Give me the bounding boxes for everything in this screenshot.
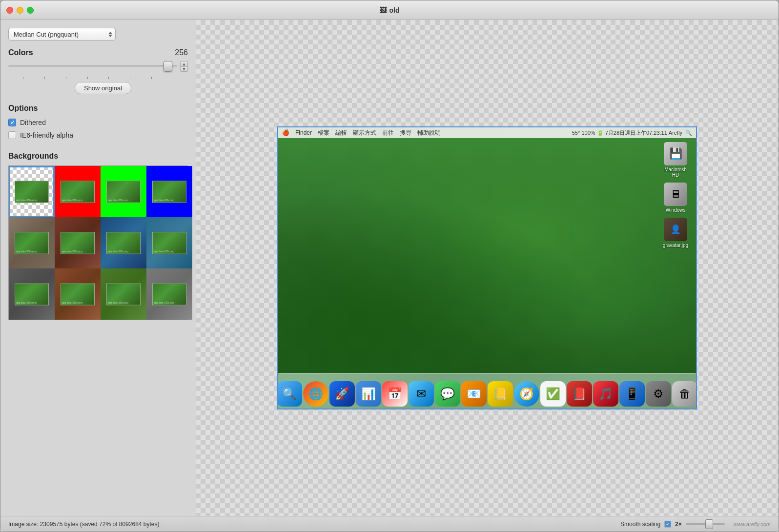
- edit-menu-item[interactable]: 編輯: [335, 129, 347, 137]
- smooth-scaling-checkbox[interactable]: ✓: [664, 521, 671, 528]
- options-section: Options ✓ Dithered IE6-friendly alpha: [8, 104, 188, 144]
- dock-messages-icon[interactable]: 💬: [435, 381, 460, 407]
- slider-tick: [66, 77, 66, 79]
- mac-screenshot: 🍎 Finder 檔案 編輯 顯示方式 前往 搜尋 輔助說明 55° 100% …: [277, 126, 697, 409]
- gravatar-icon[interactable]: 👤 gravatar.jpg: [663, 218, 688, 248]
- colors-stepper: ▲ ▼: [180, 61, 188, 72]
- dock-dashboard-icon[interactable]: 📊: [356, 381, 381, 407]
- colors-slider-container: ▲ ▼: [8, 61, 188, 72]
- dock-appstore-icon[interactable]: 📱: [619, 381, 645, 407]
- thumb-inner: app.data-330s.png: [15, 232, 48, 253]
- bg-thumb: app.data-330s.png: [152, 232, 186, 254]
- bg-grass[interactable]: app.data-330s.png: [101, 268, 146, 320]
- scale-slider[interactable]: [686, 523, 725, 525]
- stepper-up-button[interactable]: ▲: [180, 61, 188, 66]
- bg-rust[interactable]: app.data-330s.png: [55, 268, 101, 320]
- bg-red[interactable]: app.data-330s.png: [55, 166, 101, 217]
- dock-trash-icon[interactable]: 🗑: [672, 381, 697, 407]
- bg-transparent[interactable]: app.data-330s.png: [9, 166, 55, 217]
- bg-thumb: app.data-330s.png: [61, 283, 95, 305]
- bg-rock[interactable]: app.data-330s.png: [9, 217, 55, 268]
- mac-desktop: 🍎 Finder 檔案 編輯 顯示方式 前往 搜尋 輔助說明 55° 100% …: [278, 127, 696, 409]
- finder-menu-item[interactable]: Finder: [295, 129, 312, 136]
- ie6-label: IE6-friendly alpha: [20, 131, 73, 139]
- dock-systemprefs-icon[interactable]: ⚙: [646, 381, 671, 407]
- dock-finder-icon[interactable]: 🔍: [277, 381, 302, 407]
- dropdown-arrows-icon: [108, 32, 112, 37]
- search-menu-item[interactable]: 搜尋: [400, 129, 411, 137]
- slider-tick: [87, 77, 88, 79]
- menubar-status: 55° 100% 🔋 7月28日週日上午07:23:11 Arefly: [572, 129, 682, 137]
- slider-tick: [151, 77, 152, 79]
- mac-dock: 🔍 🌐 🚀 📊 📅 ✉ 💬 📧 📒 🧭 ✅ 📕: [277, 373, 697, 409]
- scale-thumb[interactable]: [705, 519, 713, 529]
- dock-notes-icon[interactable]: 📒: [488, 381, 513, 407]
- scale-value: 2×: [675, 521, 682, 528]
- bg-blue[interactable]: app.data-330s.png: [146, 166, 192, 217]
- thumb-inner: app.data-330s.png: [15, 284, 48, 305]
- colors-value: 256: [175, 48, 188, 57]
- thumb-inner: app.data-330s.png: [107, 284, 140, 305]
- left-panel: Median Cut (pngquant) Colors 256: [0, 20, 196, 516]
- bg-thumb: app.data-330s.png: [15, 232, 49, 254]
- bg-thumb: app.data-330s.png: [61, 181, 95, 203]
- smooth-scaling-label: Smooth scaling: [620, 521, 660, 528]
- slider-tick: [108, 77, 109, 79]
- backgrounds-section: Backgrounds app.data-330s.png a: [8, 152, 188, 508]
- dock-itunes-icon[interactable]: 🎵: [593, 381, 618, 407]
- colors-slider[interactable]: [8, 65, 177, 67]
- show-original-button[interactable]: Show original: [75, 82, 131, 94]
- bg-gray[interactable]: app.data-330s.png: [146, 268, 192, 320]
- bg-thumb: app.data-330s.png: [106, 232, 141, 254]
- options-title: Options: [8, 104, 188, 113]
- dock-mail-icon[interactable]: ✉: [409, 381, 434, 407]
- close-button[interactable]: [6, 7, 13, 14]
- thumb-inner: app.data-330s.png: [107, 181, 140, 202]
- title-text: old: [390, 6, 400, 14]
- slider-thumb[interactable]: [164, 61, 172, 72]
- slider-tick: [23, 77, 23, 79]
- preview-area[interactable]: 🍎 Finder 檔案 編輯 顯示方式 前往 搜尋 輔助說明 55° 100% …: [196, 20, 779, 516]
- colors-header: Colors 256: [8, 48, 188, 57]
- go-menu-item[interactable]: 前往: [382, 129, 394, 137]
- thumb-inner: app.data-330s.png: [61, 181, 94, 202]
- dock-reminders-icon[interactable]: ✅: [540, 381, 566, 407]
- apple-menu-icon[interactable]: 🍎: [282, 129, 289, 136]
- maximize-button[interactable]: [27, 7, 34, 14]
- help-menu-item[interactable]: 輔助說明: [417, 129, 441, 137]
- bg-stone[interactable]: app.data-330s.png: [9, 268, 55, 320]
- menubar-search-icon[interactable]: 🔍: [685, 130, 692, 136]
- ie6-checkbox[interactable]: [8, 131, 16, 139]
- colors-section: Colors 256 ▲ ▼: [8, 48, 188, 94]
- windows-label: Windows: [666, 207, 686, 213]
- thumb-inner: app.data-330s.png: [15, 181, 48, 202]
- bg-water[interactable]: app.data-330s.png: [146, 217, 192, 268]
- dithered-checkbox[interactable]: ✓: [8, 119, 16, 126]
- bg-aqua[interactable]: app.data-330s.png: [101, 217, 146, 268]
- bg-thumb: app.data-330s.png: [106, 283, 141, 305]
- macintosh-hd-icon[interactable]: 💾 Macintosh HD: [661, 142, 690, 178]
- dock-books-icon[interactable]: 📕: [567, 381, 592, 407]
- macintosh-hd-label: Macintosh HD: [661, 167, 690, 178]
- arrow-up-icon: [108, 32, 112, 34]
- bg-brown[interactable]: app.data-330s.png: [55, 217, 101, 268]
- view-menu-item[interactable]: 顯示方式: [353, 129, 376, 137]
- backgrounds-grid: app.data-330s.png app.data-330s.png: [8, 165, 188, 320]
- right-panel: 🍎 Finder 檔案 編輯 顯示方式 前往 搜尋 輔助說明 55° 100% …: [196, 20, 779, 516]
- bg-green[interactable]: app.data-330s.png: [101, 166, 146, 217]
- stepper-down-button[interactable]: ▼: [180, 66, 188, 72]
- dock-chrome-icon[interactable]: 🌐: [303, 381, 328, 407]
- colors-label: Colors: [8, 48, 33, 57]
- algorithm-dropdown[interactable]: Median Cut (pngquant): [8, 28, 116, 41]
- backgrounds-title: Backgrounds: [8, 152, 188, 161]
- file-menu-item[interactable]: 檔案: [318, 129, 329, 137]
- slider-tick: [173, 77, 173, 79]
- dock-safari-icon[interactable]: 🧭: [514, 381, 539, 407]
- windows-icon[interactable]: 🖥 Windows: [664, 183, 687, 213]
- dock-calendar-icon[interactable]: 📅: [382, 381, 408, 407]
- dock-rocket-icon[interactable]: 🚀: [329, 381, 355, 407]
- minimize-button[interactable]: [17, 7, 23, 14]
- slider-tick: [130, 77, 130, 79]
- windows-img: 🖥: [664, 183, 687, 206]
- dock-contacts-icon[interactable]: 📧: [461, 381, 487, 407]
